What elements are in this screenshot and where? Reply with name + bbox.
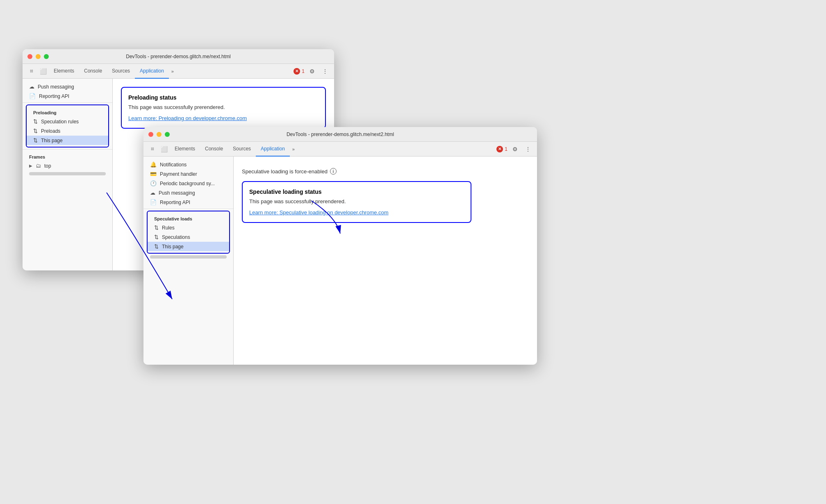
main-content-2: Speculative loading is force-enabled i S… bbox=[234, 157, 537, 365]
speculative-status-link[interactable]: Learn more: Speculative loading on devel… bbox=[249, 209, 389, 216]
sidebar-notifications[interactable]: 🔔 Notifications bbox=[143, 160, 233, 169]
tab-application-2[interactable]: Application bbox=[256, 142, 290, 157]
arrows-icon-thispage-2: ⇅ bbox=[154, 243, 159, 250]
sidebar-speculation-rules[interactable]: ⇅ Speculation rules bbox=[27, 117, 108, 126]
error-badge-1: ✕ 1 bbox=[294, 68, 305, 75]
tab-elements-2[interactable]: Elements bbox=[170, 142, 200, 157]
error-badge-2: ✕ 1 bbox=[496, 146, 507, 152]
arrows-icon-preloads: ⇅ bbox=[33, 128, 38, 134]
sidebar-scrollbar-2[interactable] bbox=[150, 255, 227, 259]
clock-icon: 🕐 bbox=[150, 180, 157, 186]
tab-sources-2[interactable]: Sources bbox=[228, 142, 256, 157]
close-button-2[interactable] bbox=[148, 132, 153, 137]
settings-icon-2[interactable]: ⚙ bbox=[509, 143, 521, 155]
force-enabled-text: Speculative loading is force-enabled bbox=[242, 168, 328, 175]
sidebar-push-messaging-1[interactable]: ☁ Push messaging bbox=[23, 82, 112, 91]
doc-icon-2: 📄 bbox=[150, 199, 157, 205]
arrows-icon-rules: ⇅ bbox=[154, 225, 159, 231]
close-button-1[interactable] bbox=[27, 54, 32, 59]
preloading-status-title: Preloading status bbox=[128, 94, 319, 101]
sidebar-rules[interactable]: ⇅ Rules bbox=[148, 223, 229, 232]
arrows-icon-speculation: ⇅ bbox=[33, 118, 38, 125]
window-controls-2 bbox=[148, 132, 170, 137]
titlebar-1: DevTools - prerender-demos.glitch.me/nex… bbox=[23, 49, 334, 64]
cursor-icon-2[interactable]: ⌗ bbox=[147, 143, 158, 155]
bell-icon: 🔔 bbox=[150, 161, 157, 168]
tab-application-1[interactable]: Application bbox=[135, 64, 169, 79]
titlebar-2: DevTools - prerender-demos.glitch.me/nex… bbox=[143, 127, 537, 142]
error-icon-2: ✕ bbox=[496, 146, 503, 152]
cursor-icon[interactable]: ⌗ bbox=[26, 66, 37, 77]
speculative-section-label: Speculative loads bbox=[148, 213, 229, 223]
devtools-body-2: 🔔 Notifications 💳 Payment handler 🕐 Peri… bbox=[143, 157, 537, 365]
maximize-button-1[interactable] bbox=[44, 54, 49, 59]
divider-1 bbox=[23, 102, 112, 103]
tab-right-controls-2: ✕ 1 ⚙ ⋮ bbox=[496, 143, 534, 155]
sidebar-this-page-1[interactable]: ⇅ This page bbox=[27, 136, 108, 145]
speculative-section-box: Speculative loads ⇅ Rules ⇅ Speculations… bbox=[147, 211, 230, 254]
sidebar-reporting-api-2[interactable]: 📄 Reporting API bbox=[143, 198, 233, 207]
tab-sources-1[interactable]: Sources bbox=[107, 64, 135, 79]
sidebar-reporting-api-1[interactable]: 📄 Reporting API bbox=[23, 91, 112, 101]
preloading-section-box: Preloading ⇅ Speculation rules ⇅ Preload… bbox=[26, 104, 109, 148]
divider-2 bbox=[23, 149, 112, 150]
folder-icon: 🗂 bbox=[36, 163, 41, 169]
tab-right-controls-1: ✕ 1 ⚙ ⋮ bbox=[294, 66, 331, 77]
preloading-status-link[interactable]: Learn more: Preloading on developer.chro… bbox=[128, 115, 247, 121]
force-enabled-row: Speculative loading is force-enabled i bbox=[242, 165, 529, 181]
divider-3 bbox=[143, 209, 233, 209]
more-icon-2[interactable]: ⋮ bbox=[522, 143, 534, 155]
window-title-2: DevTools - prerender-demos.glitch.me/nex… bbox=[287, 132, 394, 137]
sidebar-speculations[interactable]: ⇅ Speculations bbox=[148, 232, 229, 242]
device-icon-2[interactable]: ⬜ bbox=[158, 143, 170, 155]
sidebar-payment-handler[interactable]: 💳 Payment handler bbox=[143, 169, 233, 179]
info-icon[interactable]: i bbox=[330, 168, 337, 175]
minimize-button-1[interactable] bbox=[36, 54, 41, 59]
sidebar-this-page-2[interactable]: ⇅ This page bbox=[148, 242, 229, 251]
minimize-button-2[interactable] bbox=[157, 132, 162, 137]
tab-console-1[interactable]: Console bbox=[79, 64, 107, 79]
speculative-status-title: Speculative loading status bbox=[249, 188, 464, 195]
sidebar-preloads[interactable]: ⇅ Preloads bbox=[27, 126, 108, 136]
devtools-tabbar-2: ⌗ ⬜ Elements Console Sources Application… bbox=[143, 142, 537, 157]
tab-console-2[interactable]: Console bbox=[200, 142, 228, 157]
tree-arrow-icon: ▶ bbox=[29, 163, 32, 168]
sidebar-push-messaging-2[interactable]: ☁ Push messaging bbox=[143, 188, 233, 198]
maximize-button-2[interactable] bbox=[165, 132, 170, 137]
sidebar-scrollbar-1[interactable] bbox=[29, 172, 106, 175]
speculative-status-text: This page was successfully prerendered. bbox=[249, 198, 464, 204]
more-icon-1[interactable]: ⋮ bbox=[319, 66, 331, 77]
tab-elements-1[interactable]: Elements bbox=[49, 64, 79, 79]
device-icon[interactable]: ⬜ bbox=[37, 66, 49, 77]
cloud-icon-2: ☁ bbox=[150, 190, 155, 196]
sidebar-2: 🔔 Notifications 💳 Payment handler 🕐 Peri… bbox=[143, 157, 234, 365]
cloud-icon: ☁ bbox=[29, 84, 34, 90]
sidebar-top[interactable]: ▶ 🗂 top bbox=[23, 161, 112, 170]
speculative-status-box: Speculative loading status This page was… bbox=[242, 181, 471, 223]
preloading-status-text: This page was successfully prerendered. bbox=[128, 104, 319, 110]
more-tabs-2[interactable]: » bbox=[290, 145, 297, 153]
frames-section-label: Frames bbox=[23, 151, 112, 161]
sidebar-1: ☁ Push messaging 📄 Reporting API Preload… bbox=[23, 79, 113, 270]
more-tabs-1[interactable]: » bbox=[169, 67, 176, 75]
arrows-icon-speculations: ⇅ bbox=[154, 234, 159, 240]
devtools-window-2: DevTools - prerender-demos.glitch.me/nex… bbox=[143, 127, 537, 365]
error-icon-1: ✕ bbox=[294, 68, 300, 75]
settings-icon-1[interactable]: ⚙ bbox=[306, 66, 318, 77]
window-controls-1 bbox=[27, 54, 49, 59]
sidebar-periodic-bg[interactable]: 🕐 Periodic background sy... bbox=[143, 179, 233, 188]
card-icon: 💳 bbox=[150, 171, 157, 177]
devtools-tabbar-1: ⌗ ⬜ Elements Console Sources Application… bbox=[23, 64, 334, 79]
arrows-icon-thispage: ⇅ bbox=[33, 137, 38, 143]
doc-icon: 📄 bbox=[29, 93, 36, 99]
preloading-status-box: Preloading status This page was successf… bbox=[121, 87, 326, 129]
window-title-1: DevTools - prerender-demos.glitch.me/nex… bbox=[126, 54, 230, 59]
preloading-section-label: Preloading bbox=[27, 107, 108, 117]
